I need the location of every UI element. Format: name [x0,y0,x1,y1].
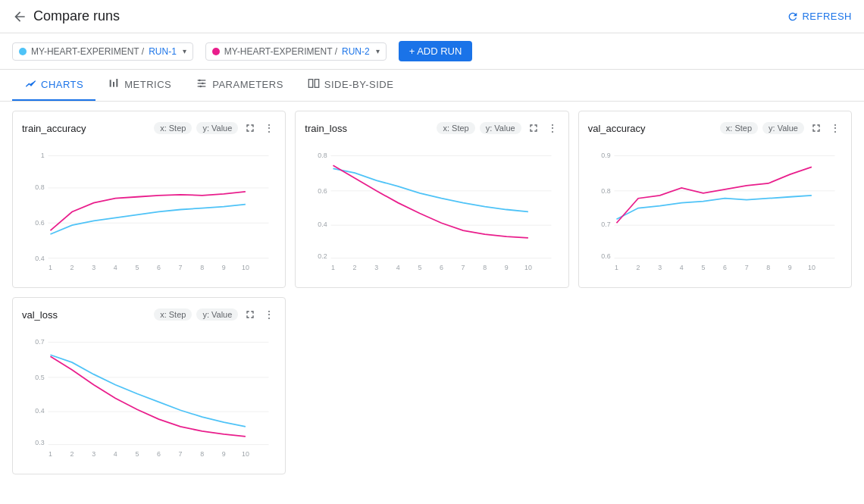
chart-card-val-loss: val_loss x: Step y: Value ⋮ 0.7 0.5 0.4 … [12,297,286,474]
tab-metrics[interactable]: METRICS [95,70,183,101]
chart-controls-train-loss: x: Step y: Value ⋮ [437,121,559,136]
run-dot-1 [19,48,27,55]
more-button-val-loss[interactable]: ⋮ [262,307,276,322]
svg-point-6 [199,80,201,82]
svg-text:0.9: 0.9 [601,152,610,159]
tab-side-by-side-label: SIDE-BY-SIDE [324,79,394,90]
empty-slot-3 [578,297,852,474]
y-axis-chip-val-loss[interactable]: y: Value [196,308,238,321]
svg-text:8: 8 [766,264,770,271]
svg-text:1: 1 [49,264,52,271]
page-header: Compare runs REFRESH [0,0,864,33]
chart-header-val-loss: val_loss x: Step y: Value ⋮ [22,307,276,322]
svg-text:9: 9 [787,264,791,271]
svg-text:3: 3 [375,264,379,271]
svg-text:6: 6 [157,264,161,271]
svg-text:4: 4 [114,450,117,458]
chart-card-train-loss: train_loss x: Step y: Value ⋮ 0.8 0.6 0.… [295,111,568,288]
svg-point-7 [202,83,204,85]
svg-text:6: 6 [723,264,727,271]
chart-title-val-loss: val_loss [22,309,58,321]
chart-header-train-loss: train_loss x: Step y: Value ⋮ [305,121,559,136]
y-axis-chip-train-loss[interactable]: y: Value [480,122,521,134]
svg-text:0.6: 0.6 [601,252,610,260]
svg-rect-9 [308,80,312,88]
refresh-button[interactable]: REFRESH [787,11,852,23]
svg-text:8: 8 [200,450,204,458]
svg-text:0.7: 0.7 [601,221,610,228]
svg-text:5: 5 [135,450,139,458]
svg-text:0.8: 0.8 [318,152,327,159]
svg-text:0.7: 0.7 [35,338,44,346]
svg-text:10: 10 [524,264,532,271]
more-button-train-loss[interactable]: ⋮ [546,121,559,136]
svg-text:9: 9 [222,450,226,458]
chevron-down-icon-2: ▾ [376,47,380,55]
svg-text:9: 9 [222,264,226,271]
svg-text:5: 5 [418,264,422,271]
svg-text:8: 8 [484,264,487,271]
svg-rect-1 [113,82,114,87]
svg-text:2: 2 [70,450,74,458]
run-chip-2[interactable]: MY-HEART-EXPERIMENT / RUN-2 ▾ [205,42,387,61]
chart-svg-train-accuracy: 1 0.8 0.6 0.4 1 2 3 4 5 6 7 8 9 10 [22,142,276,278]
x-axis-chip-train-loss[interactable]: x: Step [437,122,474,134]
tab-charts[interactable]: CHARTS [12,70,95,101]
expand-button-train-loss[interactable] [526,121,541,136]
parameters-tab-icon [196,77,208,92]
svg-rect-2 [117,79,118,87]
run-name-2: RUN-2 [342,46,370,57]
chart-controls-val-loss: x: Step y: Value ⋮ [154,307,276,322]
y-axis-chip-val-accuracy[interactable]: y: Value [762,122,804,134]
svg-text:10: 10 [242,450,249,458]
tab-metrics-label: METRICS [124,79,171,90]
side-by-side-tab-icon [308,77,320,92]
x-axis-chip-val-accuracy[interactable]: x: Step [720,122,758,134]
svg-text:7: 7 [462,264,465,271]
chart-header-val-accuracy: val_accuracy x: Step y: Value ⋮ [588,121,842,136]
chevron-down-icon-1: ▾ [183,47,186,55]
y-axis-chip-train-accuracy[interactable]: y: Value [196,122,238,134]
svg-text:4: 4 [396,264,400,271]
svg-text:3: 3 [92,450,95,458]
add-run-button[interactable]: + ADD RUN [399,41,473,61]
svg-text:0.8: 0.8 [601,187,610,195]
more-button-train-accuracy[interactable]: ⋮ [262,121,276,136]
svg-text:1: 1 [331,264,335,271]
more-button-val-accuracy[interactable]: ⋮ [828,121,842,136]
svg-text:4: 4 [679,264,683,271]
svg-text:3: 3 [658,264,662,271]
svg-text:7: 7 [744,264,748,271]
tab-parameters[interactable]: PARAMETERS [183,70,296,101]
chart-area-train-accuracy: 1 0.8 0.6 0.4 1 2 3 4 5 6 7 8 9 10 [22,142,276,278]
x-axis-chip-val-loss[interactable]: x: Step [154,308,192,321]
svg-text:0.2: 0.2 [318,252,327,260]
chart-area-train-loss: 0.8 0.6 0.4 0.2 1 2 3 4 5 6 7 8 9 10 [305,142,559,278]
header-left: Compare runs [12,8,120,24]
chart-controls-train-accuracy: x: Step y: Value ⋮ [154,121,276,136]
chart-svg-val-loss: 0.7 0.5 0.4 0.3 1 2 3 4 5 6 7 8 9 10 [22,328,276,465]
svg-text:1: 1 [615,264,618,271]
svg-text:1: 1 [49,450,52,458]
svg-text:7: 7 [179,450,183,458]
svg-text:5: 5 [135,264,139,271]
svg-text:0.4: 0.4 [35,407,44,415]
svg-text:5: 5 [701,264,705,271]
svg-text:1: 1 [41,152,45,159]
empty-slot-2 [295,297,568,474]
back-button[interactable] [12,9,27,24]
svg-text:0.6: 0.6 [35,219,44,227]
svg-text:10: 10 [808,264,815,271]
refresh-label: REFRESH [802,11,852,22]
run-experiment-2: MY-HEART-EXPERIMENT / [224,46,337,57]
svg-text:0.4: 0.4 [35,255,44,262]
expand-button-val-loss[interactable] [243,307,258,322]
x-axis-chip-train-accuracy[interactable]: x: Step [154,122,192,134]
chart-controls-val-accuracy: x: Step y: Value ⋮ [720,121,842,136]
expand-button-train-accuracy[interactable] [243,121,258,136]
tab-side-by-side[interactable]: SIDE-BY-SIDE [296,70,406,101]
expand-button-val-accuracy[interactable] [809,121,824,136]
run-chip-1[interactable]: MY-HEART-EXPERIMENT / RUN-1 ▾ [12,42,193,61]
tab-charts-label: CHARTS [41,79,83,90]
chart-svg-val-accuracy: 0.9 0.8 0.7 0.6 1 2 3 4 5 6 7 8 9 10 [588,142,842,278]
